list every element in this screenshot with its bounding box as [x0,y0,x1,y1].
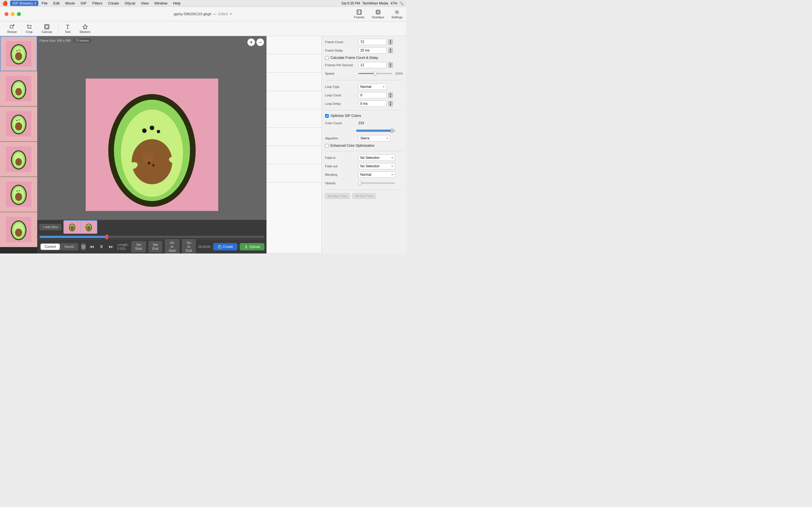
menubar-app[interactable]: GIF Brewery 3 [10,1,38,6]
svg-rect-7 [28,25,31,28]
frame-count-input[interactable] [358,39,387,45]
frames-button[interactable]: Frames [351,8,368,20]
fps-input[interactable] [358,62,387,68]
canvas-label: Canvas [42,30,52,34]
speed-handle[interactable] [373,72,377,75]
close-button[interactable] [4,12,8,16]
color-slider[interactable] [356,129,396,132]
set-start-button[interactable]: Set Start [132,241,146,252]
frame-count-up[interactable]: ▲ [388,39,393,42]
tab-current[interactable]: Current [41,244,60,250]
titlebar: giphy-596206133-gbgif — Edited ▼ Frames … [0,7,406,21]
minimize-button[interactable] [11,12,15,16]
frame-delay-stepper[interactable]: ▲ ▼ [388,48,393,53]
create-button[interactable]: Create [213,243,238,250]
menubar-create[interactable]: Create [106,1,121,6]
maximize-button[interactable] [17,12,21,16]
frame-item-2[interactable] [0,71,37,107]
calculate-label: Calculate Frame Count & Delay [331,56,378,60]
algorithm-select[interactable]: Sierra Floyd-Steinberg Atkinson [358,135,390,142]
calculate-checkbox[interactable] [325,56,329,60]
menubar-window[interactable]: Window [152,1,169,6]
play-pause-button[interactable]: ⏸ [98,243,105,250]
opacity-handle[interactable] [358,181,361,185]
scrubber-bar[interactable] [40,236,264,238]
set-end-time-button[interactable]: Set End Time [352,193,376,199]
loop-delay-down[interactable]: ▼ [388,104,393,107]
zoom-in-button[interactable]: + [247,38,255,46]
loop-delay-stepper[interactable]: ▲ ▼ [388,101,393,107]
set-end-button[interactable]: Set End [149,241,162,252]
go-to-end-transport[interactable]: ⏭ [108,243,114,250]
resize-button[interactable]: Resize [3,23,21,35]
menubar-help[interactable]: Help [171,1,183,6]
frame-delay-input[interactable] [358,47,387,54]
stickers-button[interactable]: Stickers [75,23,94,35]
add-slice-button[interactable]: + Add Slice [40,224,61,230]
go-to-end-button[interactable]: Go to End [182,239,195,254]
fps-stepper[interactable]: ▲ ▼ [388,62,393,68]
enhanced-checkbox[interactable] [325,144,329,148]
color-handle[interactable] [391,129,393,133]
timeline-strip[interactable] [63,220,97,234]
frame-item-3[interactable] [0,107,37,142]
blending-select[interactable]: Normal Multiply Screen [358,172,395,178]
svg-marker-10 [83,24,87,29]
svg-point-41 [17,191,18,192]
frame-item-5[interactable] [0,177,37,212]
go-to-start-transport[interactable]: ⏮ [89,243,95,250]
loop-type-select[interactable]: Normal Reverse Ping-Pong [358,83,387,90]
menubar-filters[interactable]: Filters [90,1,105,6]
fps-up[interactable]: ▲ [388,62,393,65]
enhanced-label: Enhanced Color Optimization [331,144,374,148]
text-button[interactable]: Text [61,23,74,35]
frame-delay-up[interactable]: ▲ [388,48,393,50]
crop-button[interactable]: Crop [22,23,37,35]
time-display: 00:00:00 [199,245,211,248]
create-label: Create [223,245,233,249]
go-to-start-button[interactable]: Go to Start [165,239,179,254]
loop-count-input[interactable] [358,92,387,98]
menubar-gfycat[interactable]: Gfycat [122,1,138,6]
settings-button[interactable]: Settings [388,8,406,20]
set-start-time-button[interactable]: Set Start Time [325,193,350,199]
menubar-movie[interactable]: Movie [63,1,77,6]
grid-button[interactable] [81,243,86,250]
fps-down[interactable]: ▼ [388,65,393,68]
edited-chevron[interactable]: ▼ [230,12,232,15]
fade-in-select[interactable]: No Selection Fade In [358,155,395,161]
search-icon[interactable]: 🔍 [400,1,404,5]
tab-saved[interactable]: Saved [60,244,78,250]
frame-count-stepper[interactable]: ▲ ▼ [388,39,393,45]
frame-delay-down[interactable]: ▼ [388,50,393,53]
menubar-file[interactable]: File [40,1,50,6]
loop-delay-up[interactable]: ▲ [388,101,393,104]
frame-count-down[interactable]: ▼ [388,42,393,45]
zoom-out-button[interactable]: − [256,38,264,46]
frame-item-6[interactable] [0,212,37,247]
frame-item-1[interactable] [0,36,37,71]
loop-count-stepper[interactable]: ▲ ▼ [388,93,393,98]
timeline-scrubber [37,234,266,239]
apple-menu[interactable]: 🍎 [2,1,8,6]
loop-count-down[interactable]: ▼ [388,95,393,98]
fade-out-label: Fade-out [325,165,356,168]
menubar-edit[interactable]: Edit [51,1,62,6]
opacity-slider[interactable] [358,182,395,184]
optimize-checkbox[interactable] [325,114,329,118]
speed-slider[interactable] [358,73,392,74]
loop-count-up[interactable]: ▲ [388,93,393,95]
fade-out-select[interactable]: No Selection Fade Out [358,163,395,169]
svg-point-58 [152,164,154,166]
loop-delay-input[interactable] [358,101,387,107]
side-cell-8 [267,164,321,182]
zoom-controls: + − [247,38,264,46]
frame-item-4[interactable] [0,142,37,177]
fade-in-row: Fade-in No Selection Fade In [325,155,403,161]
canvas-button[interactable]: Canvas [38,23,56,35]
menubar-gif[interactable]: GIF [79,1,89,6]
overlays-button[interactable]: Overlays [368,8,388,20]
upload-button[interactable]: Upload [240,243,264,250]
menubar-view[interactable]: View [139,1,151,6]
scrubber-handle[interactable] [105,235,108,239]
